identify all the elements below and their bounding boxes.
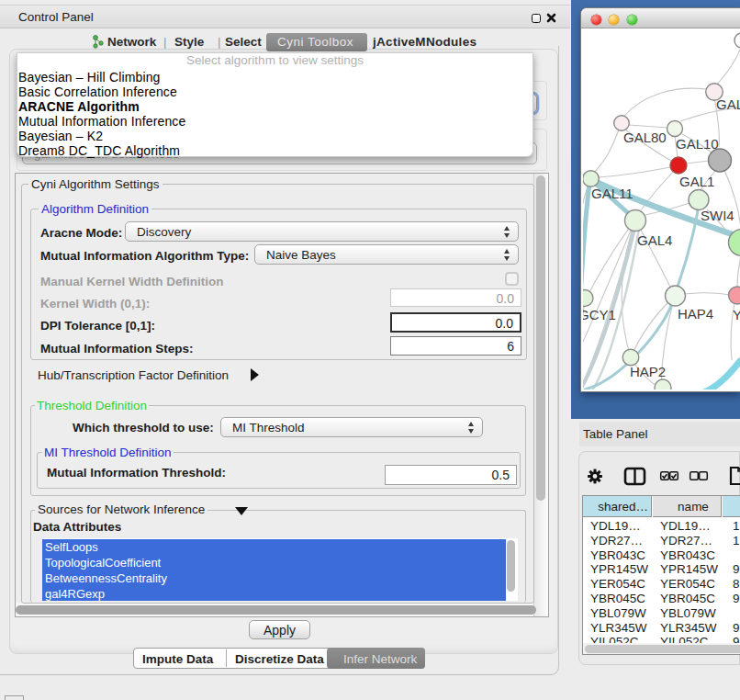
svg-text:HAP4: HAP4	[678, 306, 713, 322]
svg-text:HAP2: HAP2	[630, 364, 666, 379]
svg-text:GAL1: GAL1	[679, 174, 714, 189]
svg-text:GAL7: GAL7	[716, 96, 740, 112]
svg-text:GAL10: GAL10	[676, 136, 719, 152]
svg-text:GCY1: GCY1	[583, 307, 616, 322]
svg-text:GAL11: GAL11	[591, 186, 633, 201]
svg-text:GAL80: GAL80	[623, 130, 667, 145]
svg-text:GAL4: GAL4	[637, 232, 672, 248]
svg-text:SWI4: SWI4	[701, 208, 734, 223]
svg-text:Y: Y	[733, 307, 740, 322]
